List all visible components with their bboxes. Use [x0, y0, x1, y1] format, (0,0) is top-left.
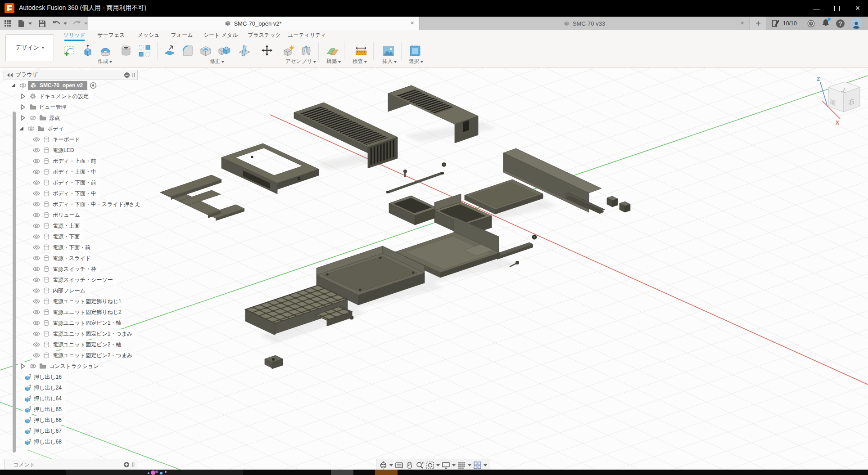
inactive-tab-close-icon[interactable]: ×: [741, 19, 744, 27]
tree-row-body[interactable]: 電源・上面: [32, 220, 138, 231]
tree-row-doc-settings[interactable]: ドキュメントの設定: [18, 91, 138, 102]
display-settings-icon[interactable]: [442, 461, 450, 470]
root-component-bar[interactable]: SMC-70_open v2: [28, 81, 87, 90]
free-documents-badge[interactable]: 10/10: [772, 19, 797, 27]
eye-icon[interactable]: [27, 125, 35, 132]
tree-row-body[interactable]: ボディ・下面・中: [32, 188, 138, 199]
tree-row-body[interactable]: ボディ・上面・前: [32, 156, 138, 166]
tree-row-body[interactable]: 電源スイッチ・シーソー: [32, 274, 138, 285]
eye-icon[interactable]: [33, 168, 40, 175]
eye-icon[interactable]: [33, 352, 40, 359]
eye-icon[interactable]: [33, 287, 40, 294]
fit-icon[interactable]: [426, 461, 434, 470]
tree-row-body[interactable]: 電源・下面・前: [32, 242, 138, 253]
help-button[interactable]: ?: [836, 19, 845, 28]
tab-surface[interactable]: サーフェス: [91, 31, 131, 39]
tree-row-body[interactable]: 電源ユニット固定ピン1・つまみ: [32, 328, 138, 339]
tree-row-root[interactable]: SMC-70_open v2: [8, 80, 138, 91]
eye-icon[interactable]: [33, 244, 40, 251]
eye-icon[interactable]: [19, 82, 27, 89]
browser-scrollbar[interactable]: [13, 112, 16, 453]
collapsed-arrow-icon[interactable]: [19, 114, 27, 121]
eye-icon[interactable]: [33, 233, 40, 240]
eye-icon[interactable]: [33, 265, 40, 273]
eye-off-icon[interactable]: [29, 114, 36, 121]
hole-icon[interactable]: [119, 44, 133, 58]
tree-row-body[interactable]: 内部フレーム: [32, 285, 138, 296]
app-grid-icon[interactable]: [4, 19, 12, 28]
tree-row-feature[interactable]: 押し出し16: [23, 372, 138, 382]
combine-icon[interactable]: [217, 44, 231, 58]
construct-plane-icon[interactable]: [326, 44, 339, 58]
workspace-selector[interactable]: デザイン ▾: [5, 34, 54, 61]
measure-icon[interactable]: [354, 44, 368, 58]
eye-icon[interactable]: [33, 179, 40, 186]
eye-icon[interactable]: [33, 190, 40, 197]
expanded-arrow-icon[interactable]: [18, 125, 25, 132]
browser-header[interactable]: ブラウザ: [4, 70, 138, 80]
grid-display-icon[interactable]: [457, 461, 466, 470]
eye-icon[interactable]: [33, 255, 40, 262]
model-part-pin-knob[interactable]: [532, 235, 537, 240]
group-label-select[interactable]: 選択: [393, 58, 439, 65]
eye-icon[interactable]: [33, 222, 40, 229]
create-sketch-icon[interactable]: [63, 44, 77, 58]
eye-icon[interactable]: [33, 319, 40, 327]
viewports-icon[interactable]: [473, 461, 482, 470]
shell-icon[interactable]: [199, 44, 212, 58]
eye-icon[interactable]: [33, 341, 40, 348]
minimize-button[interactable]: —: [806, 0, 827, 17]
tree-row-feature[interactable]: 押し出し64: [23, 393, 138, 404]
tab-sheet-metal[interactable]: シート メタル: [200, 31, 241, 39]
undo-icon[interactable]: [52, 19, 61, 28]
add-comment-icon[interactable]: [123, 462, 130, 468]
file-menu-icon[interactable]: [17, 19, 25, 28]
remove-icon[interactable]: [124, 72, 130, 78]
avatar[interactable]: [851, 18, 862, 29]
tree-row-feature[interactable]: 押し出し24: [23, 382, 138, 393]
eye-icon[interactable]: [33, 298, 40, 305]
redo-caret-icon[interactable]: [84, 22, 88, 25]
tree-row-body[interactable]: ボディ・下面・前: [32, 177, 138, 188]
pattern-icon[interactable]: [138, 44, 151, 58]
active-tab-close-icon[interactable]: ×: [411, 19, 414, 27]
eye-icon[interactable]: [33, 276, 40, 283]
new-tab-button[interactable]: +: [750, 17, 766, 30]
tree-row-body[interactable]: ボディ・下面・中・スライド押さえ: [32, 199, 138, 210]
viewports-caret-icon[interactable]: [484, 464, 487, 466]
tree-row-body[interactable]: 電源ユニット固定ピン1・軸: [32, 318, 138, 328]
eye-icon[interactable]: [33, 309, 40, 316]
group-label-modify[interactable]: 修正: [194, 58, 240, 65]
split-body-icon[interactable]: [238, 44, 251, 58]
fit-caret-icon[interactable]: [436, 464, 440, 466]
tab-utilities[interactable]: ユーティリティ: [287, 31, 327, 39]
tree-row-body[interactable]: ボリューム: [32, 210, 138, 220]
eye-icon[interactable]: [33, 201, 40, 208]
tree-row-feature[interactable]: 押し出し67: [23, 426, 138, 436]
model-part-screw-2[interactable]: [442, 162, 446, 167]
tab-solid[interactable]: ソリッド: [54, 31, 95, 39]
select-icon[interactable]: [408, 44, 422, 58]
joint-icon[interactable]: [299, 44, 313, 58]
eye-icon[interactable]: [29, 363, 36, 370]
tree-row-body[interactable]: 電源スイッチ・枠: [32, 264, 138, 274]
tree-row-view-mgmt[interactable]: ビュー管理: [18, 102, 138, 112]
eye-icon[interactable]: [33, 147, 40, 154]
tree-row-construction[interactable]: コンストラクション: [18, 361, 138, 372]
activate-radio-icon[interactable]: [90, 82, 97, 89]
collapsed-arrow-icon[interactable]: [19, 363, 27, 370]
eye-icon[interactable]: [33, 157, 40, 165]
insert-canvas-icon[interactable]: [382, 44, 395, 58]
display-caret-icon[interactable]: [452, 464, 456, 466]
notifications-button[interactable]: [822, 18, 830, 29]
comment-bar[interactable]: コメント: [5, 459, 137, 471]
extrude-icon[interactable]: [81, 44, 95, 58]
undo-caret-icon[interactable]: [63, 22, 67, 25]
tree-row-origin[interactable]: 原点: [18, 112, 138, 123]
eye-icon[interactable]: [33, 211, 40, 219]
document-tab-active[interactable]: SMC-70_open v2* ×: [88, 17, 419, 30]
tree-row-body[interactable]: 電源ユニット固定飾りねじ2: [32, 307, 138, 318]
eye-icon[interactable]: [33, 136, 40, 143]
eye-icon[interactable]: [33, 330, 40, 337]
tree-row-body[interactable]: ボディ・上面・中: [32, 166, 138, 177]
